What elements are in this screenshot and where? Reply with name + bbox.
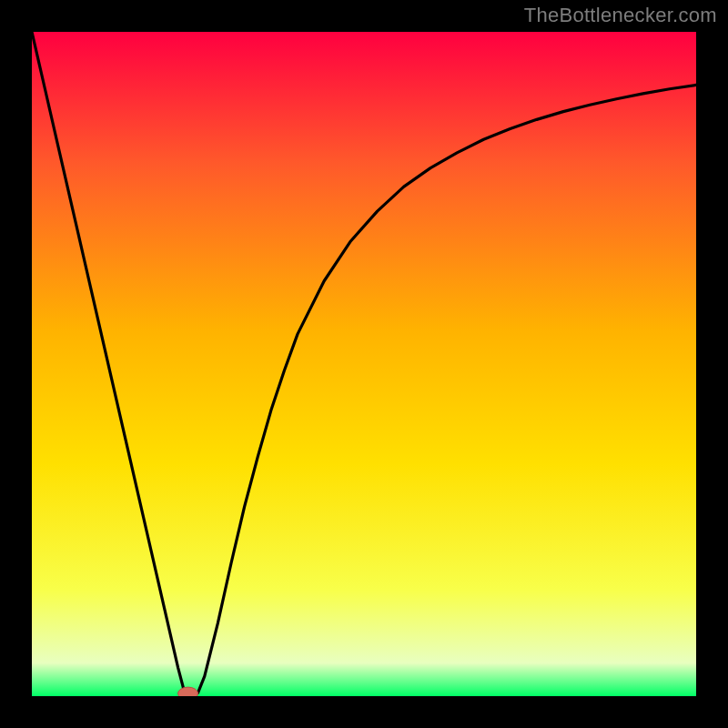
optimal-marker xyxy=(178,687,198,696)
attribution-text: TheBottlenecker.com xyxy=(524,4,717,27)
chart-frame: TheBottlenecker.com xyxy=(0,0,728,728)
gradient-background xyxy=(32,32,696,696)
plot-area xyxy=(32,32,696,696)
bottleneck-curve-chart xyxy=(32,32,696,696)
